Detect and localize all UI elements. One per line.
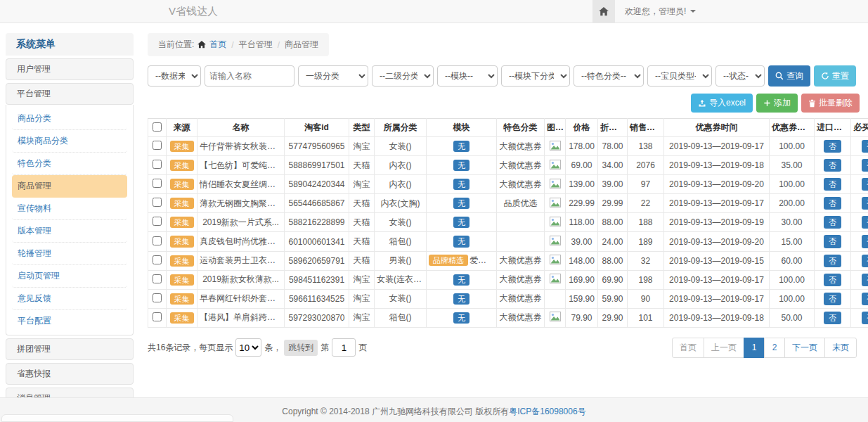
page-button-末页[interactable]: 末页 bbox=[824, 338, 857, 358]
cell-feature bbox=[497, 232, 545, 251]
select-all-checkbox[interactable] bbox=[153, 122, 162, 132]
sidebar-subitem-宣传物料[interactable]: 宣传物料 bbox=[12, 198, 127, 220]
name-search-input[interactable] bbox=[205, 65, 294, 87]
source-badge: 采集 bbox=[170, 160, 194, 171]
sidebar-subitem-特色分类[interactable]: 特色分类 bbox=[12, 153, 127, 175]
cell-type: 淘宝 bbox=[349, 289, 375, 308]
filter-select-7[interactable]: --状态-- bbox=[715, 65, 765, 87]
must-buy-toggle[interactable]: 否 bbox=[862, 235, 868, 248]
jump-to-button[interactable]: 跳转到 bbox=[284, 340, 318, 356]
row-checkbox[interactable] bbox=[153, 312, 162, 321]
import-select-toggle[interactable]: 否 bbox=[824, 312, 841, 324]
row-checkbox[interactable] bbox=[153, 255, 162, 264]
row-checkbox[interactable] bbox=[153, 217, 162, 226]
must-buy-toggle[interactable]: 否 bbox=[862, 140, 868, 153]
sidebar-item-省惠快报[interactable]: 省惠快报 bbox=[6, 363, 134, 385]
cell-discount_price: 88.00 bbox=[598, 213, 628, 232]
cell-import_select: 否 bbox=[815, 156, 851, 175]
products-table: 来源名称淘客id类型所属分类模块特色分类图标价格折后价销售数量优惠券时间优惠券金… bbox=[148, 118, 868, 328]
cell-taoke_id: 589620659791 bbox=[285, 251, 349, 270]
page-button-2[interactable]: 2 bbox=[764, 338, 785, 358]
page-button-下一页[interactable]: 下一页 bbox=[784, 338, 825, 358]
row-checkbox[interactable] bbox=[153, 198, 162, 207]
query-button[interactable]: 查询 bbox=[768, 65, 810, 87]
page-jump-input[interactable] bbox=[332, 338, 356, 357]
cell-category: 箱包() bbox=[375, 308, 427, 327]
cell-discount_price: 34.00 bbox=[598, 156, 628, 175]
filter-select-6[interactable]: --宝贝类型-- bbox=[647, 65, 712, 87]
sidebar-item-平台管理[interactable]: 平台管理 bbox=[6, 83, 134, 105]
must-buy-toggle[interactable]: 否 bbox=[862, 159, 868, 172]
sidebar-subitem-意见反馈[interactable]: 意见反馈 bbox=[12, 288, 127, 310]
cell-category: 箱包() bbox=[375, 232, 427, 251]
row-checkbox[interactable] bbox=[153, 141, 162, 150]
breadcrumb-home-link[interactable]: 首页 bbox=[209, 39, 226, 51]
cell-type: 淘宝 bbox=[349, 137, 375, 156]
cell-module: 无 bbox=[427, 156, 497, 175]
add-button[interactable]: 添加 bbox=[756, 94, 798, 113]
import-select-toggle[interactable]: 否 bbox=[824, 235, 841, 248]
sidebar-subitem-版本管理[interactable]: 版本管理 bbox=[12, 220, 127, 243]
source-badge: 采集 bbox=[170, 293, 194, 305]
home-button[interactable] bbox=[592, 0, 615, 23]
must-buy-toggle[interactable]: 否 bbox=[862, 312, 868, 324]
sidebar-subitem-商品管理[interactable]: 商品管理 bbox=[12, 175, 127, 198]
must-buy-toggle[interactable]: 否 bbox=[862, 216, 868, 229]
filter-select-5[interactable]: --特色分类-- bbox=[574, 65, 644, 87]
row-checkbox[interactable] bbox=[153, 179, 162, 188]
import-select-toggle[interactable]: 否 bbox=[824, 197, 841, 210]
must-buy-toggle[interactable]: 否 bbox=[862, 255, 868, 267]
must-buy-toggle[interactable]: 否 bbox=[862, 197, 868, 210]
product-image-icon bbox=[550, 236, 561, 245]
row-checkbox[interactable] bbox=[153, 236, 162, 245]
cell-discount_price: 24.00 bbox=[598, 232, 628, 251]
sidebar-item-用户管理[interactable]: 用户管理 bbox=[6, 58, 134, 80]
cell-coupon_time: 2019-09-13—2019-09-15 bbox=[664, 251, 770, 270]
sidebar-subitem-启动页管理[interactable]: 启动页管理 bbox=[12, 265, 127, 288]
cell-taoke_id: 577479560965 bbox=[285, 137, 349, 156]
filter-select-2[interactable]: --二级分类-- bbox=[372, 65, 434, 87]
sidebar-subitem-模块商品分类[interactable]: 模块商品分类 bbox=[12, 130, 127, 153]
row-checkbox[interactable] bbox=[153, 293, 162, 302]
sidebar-subitem-平台配置[interactable]: 平台配置 bbox=[12, 310, 127, 332]
sidebar-subitem-轮播管理[interactable]: 轮播管理 bbox=[12, 243, 127, 265]
cell-coupon_time: 2019-09-13—2019-09-20 bbox=[664, 175, 770, 194]
cell-icon bbox=[545, 270, 566, 289]
import-select-toggle[interactable]: 否 bbox=[824, 216, 841, 229]
user-menu[interactable]: 欢迎您，管理员! bbox=[615, 6, 868, 18]
page-button-1[interactable]: 1 bbox=[744, 338, 765, 358]
cell-source: 采集 bbox=[167, 156, 197, 175]
must-buy-toggle[interactable]: 否 bbox=[862, 293, 868, 305]
cell-name: 薄款无钢圈文胸聚拢性... bbox=[197, 194, 285, 213]
icp-link[interactable]: 粤ICP备16098006号 bbox=[509, 407, 585, 416]
import-select-toggle[interactable]: 否 bbox=[824, 255, 841, 267]
page-button-首页[interactable]: 首页 bbox=[672, 338, 704, 358]
page-button-上一页[interactable]: 上一页 bbox=[704, 338, 744, 358]
cell-import_select: 否 bbox=[815, 213, 851, 232]
must-buy-toggle[interactable]: 否 bbox=[862, 178, 868, 191]
sidebar-item-拼团管理[interactable]: 拼团管理 bbox=[6, 338, 134, 360]
must-buy-toggle[interactable]: 否 bbox=[862, 274, 868, 286]
sidebar-subitem-商品分类[interactable]: 商品分类 bbox=[12, 108, 127, 130]
import-excel-button[interactable]: 导入excel bbox=[691, 94, 753, 113]
module-badge: 无 bbox=[453, 217, 469, 228]
import-select-toggle[interactable]: 否 bbox=[824, 293, 841, 305]
import-select-toggle[interactable]: 否 bbox=[824, 140, 841, 153]
row-checkbox[interactable] bbox=[153, 160, 162, 169]
per-page-select[interactable]: 10 bbox=[235, 338, 261, 357]
reset-button[interactable]: 重置 bbox=[814, 65, 856, 87]
filter-select-3[interactable]: --模块-- bbox=[437, 65, 498, 87]
import-select-toggle[interactable]: 否 bbox=[824, 159, 841, 172]
filter-select-1[interactable]: 一级分类 bbox=[298, 65, 368, 87]
page-layout: 系统菜单 用户管理平台管理商品分类模块商品分类特色分类商品管理宣传物料版本管理轮… bbox=[0, 23, 868, 422]
table-row: 采集2019新款女秋薄款...598451162391淘宝女装(连衣裙)无大额优… bbox=[148, 270, 868, 289]
import-select-toggle[interactable]: 否 bbox=[824, 178, 841, 191]
column-header-taoke_id: 淘客id bbox=[285, 119, 349, 137]
import-select-toggle[interactable]: 否 bbox=[824, 274, 841, 286]
cell-source: 采集 bbox=[167, 194, 197, 213]
filter-select-4[interactable]: --模块下分类-- bbox=[501, 65, 570, 87]
row-checkbox[interactable] bbox=[153, 274, 162, 283]
batch-delete-button[interactable]: 批量删除 bbox=[801, 94, 860, 113]
data-source-select[interactable]: --数据来源-- bbox=[148, 65, 201, 87]
breadcrumb-label: 当前位置: bbox=[158, 39, 194, 51]
